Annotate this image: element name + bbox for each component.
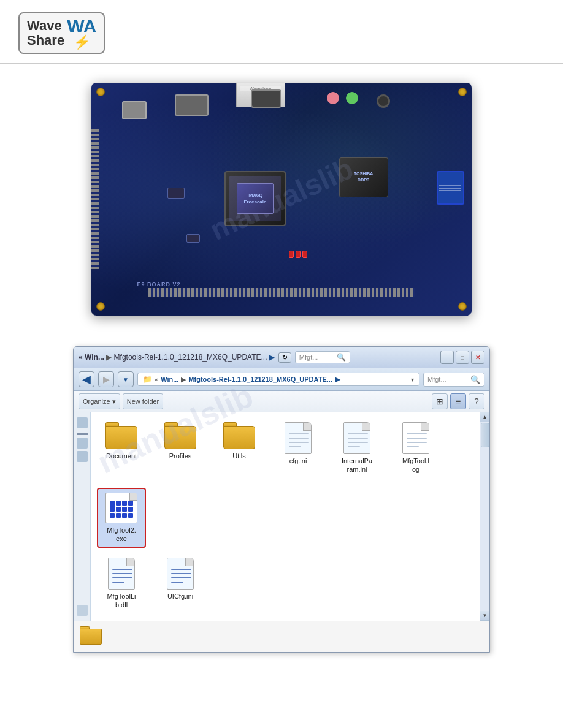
document-label: Document (106, 452, 137, 460)
sidebar-item-1[interactable] (77, 417, 88, 428)
maximize-button[interactable]: □ (456, 351, 469, 364)
toolbar: Organize ▾ New folder ⊞ ≡ ? (74, 391, 489, 412)
file-item-profiles[interactable]: Profiles (156, 419, 205, 464)
search-text: Mfgt... (427, 376, 468, 383)
logo-lightning-icon: ⚡ (74, 36, 90, 49)
hdmi-port (251, 89, 282, 108)
logo-wa: WA (67, 17, 96, 36)
back-button[interactable]: ◀ (79, 371, 94, 387)
minimize-button[interactable]: — (440, 351, 454, 364)
sidebar-item-2[interactable] (77, 438, 88, 449)
mfgtool-log-icon (402, 422, 429, 454)
uicfg-ini-label: UICfg.ini (167, 592, 193, 601)
header: Wave Share WA ⚡ (0, 0, 563, 64)
file-item-mfgtool2-exe[interactable]: MfgTool2.exe (97, 488, 146, 548)
window-title: « Win... ▶ Mfgtools-Rel-1.1.0_121218_MX6… (79, 353, 275, 362)
search-placeholder-text: Mfgt... (299, 354, 335, 361)
internalparam-ini-icon (343, 422, 370, 454)
logo: Wave Share WA ⚡ (18, 12, 105, 54)
utils-label: Utils (232, 452, 245, 460)
file-row-1: Document Profiles (97, 419, 473, 548)
bottom-section (74, 621, 489, 652)
path-dropdown-btn[interactable]: ▾ (411, 376, 414, 383)
address-path-bar[interactable]: 📁 « Win... ▶ Mfgtools-Rel-1.1.0_121218_M… (137, 373, 419, 386)
toolbar-right: ⊞ ≡ ? (432, 393, 484, 409)
usb-port (122, 101, 147, 119)
mfgtool2-exe-icon (105, 493, 137, 523)
audio-green-jack (346, 92, 358, 104)
title-search-icon: 🔍 (337, 353, 346, 362)
file-manager-section: « Win... ▶ Mfgtools-Rel-1.1.0_121218_MX6… (0, 334, 563, 671)
bottom-folder-icon (80, 626, 102, 645)
sidebar-item-3[interactable] (77, 451, 88, 462)
cfg-ini-icon (285, 422, 312, 454)
window-titlebar: « Win... ▶ Mfgtools-Rel-1.1.0_121218_MX6… (74, 347, 489, 368)
bolt-tl (96, 88, 105, 96)
address-bar: ◀ ▶ ▼ 📁 « Win... ▶ Mfgtools-Rel-1.1.0_12… (74, 368, 489, 391)
new-folder-btn[interactable]: New folder (123, 393, 164, 409)
window-controls: — □ ✕ (440, 351, 484, 364)
file-item-utils[interactable]: Utils (215, 419, 264, 464)
sidebar-nav (74, 412, 91, 621)
audio-black-jack (377, 94, 390, 108)
file-item-uicfg-ini[interactable]: UICfg.ini (156, 554, 205, 604)
file-manager-window: « Win... ▶ Mfgtools-Rel-1.1.0_121218_MX6… (73, 346, 490, 653)
pcb-board-image: Waveshare iMX6QFreescale TOSHIBADDR3 (91, 83, 472, 316)
file-item-mfgtoollib-dll[interactable]: MfgToolLib.dll (97, 554, 146, 613)
board-label: E9 BOARD V2 (137, 281, 180, 287)
gpio-pins-left (91, 129, 99, 269)
pcb-section: Waveshare iMX6QFreescale TOSHIBADDR3 (0, 64, 563, 334)
up-button[interactable]: ▼ (118, 371, 134, 387)
window-content: Document Profiles (74, 412, 489, 621)
help-btn[interactable]: ? (469, 393, 484, 409)
organize-btn[interactable]: Organize ▾ (79, 393, 120, 409)
audio-pink-jack (327, 92, 339, 104)
profiles-label: Profiles (169, 452, 192, 460)
scroll-down-btn[interactable]: ▼ (480, 611, 490, 621)
uicfg-ini-icon (167, 558, 194, 590)
file-item-mfgtool-log[interactable]: MfgTool.log (391, 419, 440, 478)
vga-port (437, 171, 464, 205)
file-item-cfg-ini[interactable]: cfg.ini (274, 419, 323, 469)
vertical-scrollbar[interactable]: ▲ ▼ (480, 412, 489, 621)
file-item-document[interactable]: Document (97, 419, 146, 464)
file-row-2: MfgToolLib.dll (97, 554, 473, 613)
mfgtoollib-dll-label: MfgToolLib.dll (107, 592, 136, 610)
cpu-chip: iMX6QFreescale (224, 171, 286, 226)
toolbar-left: Organize ▾ New folder (79, 393, 163, 409)
refresh-btn[interactable]: ↻ (278, 352, 291, 363)
sidebar-divider-1 (77, 433, 88, 435)
ic-chip-2 (186, 234, 200, 243)
title-search-box[interactable]: Mfgt... 🔍 (295, 351, 350, 363)
file-item-internalparam-ini[interactable]: InternalParam.ini (332, 419, 381, 478)
bolt-bl (96, 302, 105, 311)
mfgtoollib-dll-icon (108, 558, 135, 590)
profiles-folder-icon (164, 422, 196, 449)
search-box[interactable]: Mfgt... 🔍 (423, 373, 484, 387)
mfgtool-log-label: MfgTool.log (402, 457, 429, 474)
folder-icon-small: 📁 (143, 375, 152, 384)
scroll-thumb[interactable] (481, 423, 489, 447)
titlebar-path: « Win... ▶ Mfgtools-Rel-1.1.0_121218_MX6… (79, 351, 350, 363)
cfg-ini-label: cfg.ini (289, 457, 307, 465)
bolt-br (458, 302, 467, 311)
memory-chip: TOSHIBADDR3 (339, 157, 388, 197)
document-folder-icon (105, 422, 137, 449)
search-icon: 🔍 (470, 375, 480, 384)
view-list-btn[interactable]: ≡ (450, 393, 466, 409)
ic-chip-1 (167, 188, 185, 199)
gpio-pins-bottom (148, 288, 415, 297)
view-extra-btn[interactable]: ⊞ (432, 393, 448, 409)
logo-wave-text: Wave Share (27, 18, 64, 48)
mfgtool2-exe-label: MfgTool2.exe (107, 526, 136, 544)
forward-button[interactable]: ▶ (98, 371, 114, 387)
internalparam-ini-label: InternalParam.ini (342, 457, 372, 474)
sidebar-item-bottom[interactable] (77, 605, 88, 616)
scroll-up-btn[interactable]: ▲ (480, 412, 490, 422)
close-button[interactable]: ✕ (471, 351, 484, 364)
utils-folder-icon (223, 422, 255, 449)
file-grid: Document Profiles (91, 412, 480, 621)
bolt-tr (458, 88, 467, 96)
jumpers (289, 251, 307, 258)
ethernet-port (175, 94, 209, 116)
